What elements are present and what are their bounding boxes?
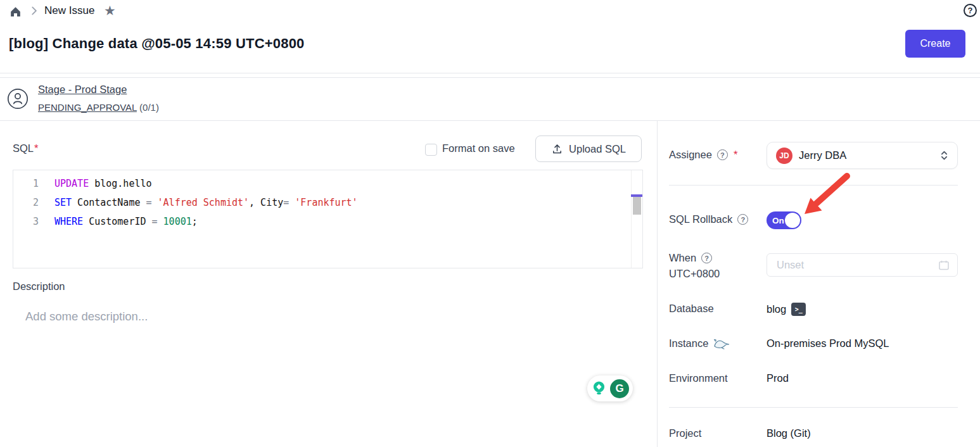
sql-editor[interactable]: 1UPDATE blog.hello2SET ContactName = 'Al…	[13, 170, 643, 268]
grammarly-logo-icon[interactable]: G	[610, 379, 629, 398]
home-icon[interactable]	[9, 5, 22, 21]
divider	[0, 73, 980, 73]
editor-scrollbar[interactable]	[631, 170, 642, 268]
stage-status[interactable]: PENDING_APPROVAL (0/1)	[38, 102, 159, 113]
sql-terminal-icon[interactable]: >_	[791, 303, 806, 316]
assignee-label: Assignee ? *	[669, 149, 737, 161]
divider	[669, 185, 958, 186]
toggle-on-label: On	[772, 216, 784, 225]
new-issue-page: New Issue ★ ? [blog] Change data @05-05 …	[0, 0, 980, 447]
environment-value: Prod	[767, 372, 789, 384]
stage-avatar-icon	[7, 88, 29, 112]
when-date-input[interactable]	[767, 253, 958, 277]
chevron-updown-icon	[940, 149, 948, 161]
scrollbar-thumb[interactable]	[633, 197, 641, 215]
required-mark: *	[34, 142, 38, 154]
grammarly-widget[interactable]: G	[587, 375, 633, 401]
code-line: 1UPDATE blog.hello	[13, 174, 642, 193]
divider	[669, 407, 958, 408]
calendar-icon[interactable]	[938, 260, 950, 274]
create-button[interactable]: Create	[905, 30, 965, 58]
sql-rollback-label: SQL Rollback ?	[669, 213, 748, 225]
stage-status-count: (0/1)	[139, 102, 159, 113]
divider	[0, 120, 980, 121]
chevron-right-icon	[29, 5, 39, 18]
mysql-dolphin-icon	[713, 338, 730, 349]
code-line: 3WHERE CustomerID = 10001;	[13, 212, 642, 231]
assignee-select[interactable]: JD Jerry DBA	[767, 142, 958, 169]
when-label: When ?	[669, 252, 712, 264]
required-mark: *	[734, 149, 737, 161]
environment-label: Environment	[669, 372, 728, 384]
star-icon[interactable]: ★	[104, 4, 116, 17]
toggle-knob	[785, 213, 800, 228]
format-on-save-checkbox[interactable]	[425, 144, 437, 156]
help-icon[interactable]: ?	[964, 4, 977, 17]
description-label: Description	[13, 280, 65, 293]
upload-sql-label: Upload SQL	[569, 143, 626, 155]
database-row: blog >_	[767, 303, 806, 316]
when-help-icon[interactable]: ?	[701, 253, 712, 263]
stage-link[interactable]: Stage - Prod Stage	[38, 84, 127, 96]
assignee-help-icon[interactable]: ?	[717, 149, 728, 160]
code-line: 2SET ContactName = 'Alfred Schmidt', Cit…	[13, 193, 642, 212]
project-value: Blog (Git)	[767, 427, 811, 439]
database-label: Database	[669, 303, 714, 315]
upload-icon	[551, 143, 563, 155]
description-input[interactable]: Add some description...	[25, 310, 148, 324]
sql-code-lines: 1UPDATE blog.hello2SET ContactName = 'Al…	[13, 170, 642, 231]
assignee-value: Jerry DBA	[799, 149, 934, 161]
instance-value: On-premises Prod MySQL	[767, 337, 889, 349]
when-timezone: UTC+0800	[669, 268, 720, 280]
divider	[0, 77, 980, 78]
grammarly-suggestion-icon[interactable]	[591, 380, 607, 397]
stage-status-text[interactable]: PENDING_APPROVAL	[38, 102, 137, 113]
page-title: [blog] Change data @05-05 14:59 UTC+0800	[9, 35, 305, 52]
divider	[657, 121, 658, 447]
instance-label: Instance	[669, 337, 730, 349]
sql-rollback-toggle[interactable]: On	[767, 211, 801, 229]
sql-rollback-help-icon[interactable]: ?	[737, 214, 748, 225]
breadcrumb-current: New Issue	[44, 4, 94, 17]
format-on-save-label[interactable]: Format on save	[442, 142, 515, 154]
project-label: Project	[669, 427, 701, 439]
sql-label: SQL*	[13, 142, 38, 154]
database-value: blog	[767, 303, 786, 315]
upload-sql-button[interactable]: Upload SQL	[535, 135, 642, 162]
assignee-avatar: JD	[776, 148, 792, 164]
